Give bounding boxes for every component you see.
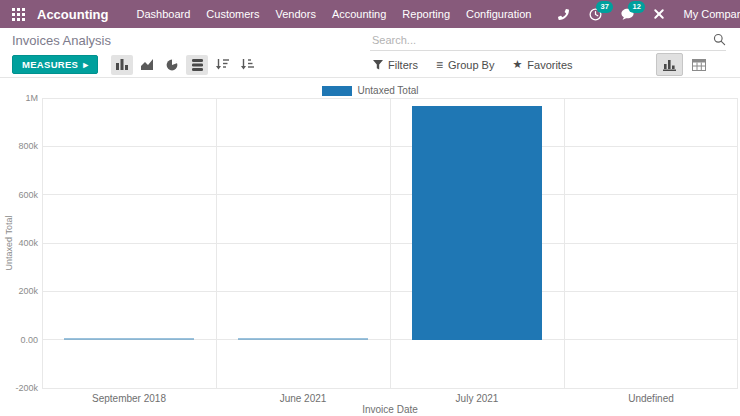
filters-button[interactable]: Filters: [373, 59, 418, 71]
tools-icon[interactable]: [651, 6, 667, 22]
search-icon[interactable]: [713, 33, 726, 46]
top-navbar: Accounting DashboardCustomersVendorsAcco…: [0, 0, 740, 28]
company-switcher[interactable]: My Company (San Francisco): [683, 8, 740, 20]
bar-september-2018[interactable]: [64, 338, 195, 339]
search-facets: Filters ≡ Group By ★ Favorites: [373, 59, 573, 71]
app-name[interactable]: Accounting: [37, 7, 109, 22]
apps-grid-glyph: [12, 8, 25, 21]
pie-chart-button[interactable]: [161, 55, 183, 75]
group-by-button[interactable]: ≡ Group By: [436, 59, 494, 71]
y-tick-label: 800k: [0, 141, 38, 151]
filters-label: Filters: [388, 59, 418, 71]
navbar-left: Accounting DashboardCustomersVendorsAcco…: [12, 7, 539, 22]
graph-view-button[interactable]: [656, 53, 683, 76]
x-tick-label: September 2018: [42, 393, 216, 404]
phone-icon[interactable]: [555, 6, 571, 22]
x-tick-label: July 2021: [390, 393, 564, 404]
gridline-vertical: [42, 98, 43, 388]
favorites-label: Favorites: [527, 59, 572, 71]
legend-swatch: [322, 86, 352, 96]
nav-menu: DashboardCustomersVendorsAccountingRepor…: [129, 8, 540, 20]
nav-menu-item-vendors[interactable]: Vendors: [268, 8, 324, 20]
x-tick-label: June 2021: [216, 393, 390, 404]
chart-type-buttons: [108, 55, 258, 75]
nav-menu-item-customers[interactable]: Customers: [198, 8, 267, 20]
measures-caret-icon: ▸: [83, 59, 88, 70]
page-title: Invoices Analysis: [12, 33, 111, 48]
search-input[interactable]: [370, 33, 726, 47]
y-tick-label: 200k: [0, 286, 38, 296]
activities-icon[interactable]: 37: [587, 6, 603, 22]
pivot-view-icon: [692, 59, 706, 71]
gridline-vertical: [216, 98, 217, 388]
measures-label: MEASURES: [22, 59, 78, 70]
x-tick-label: Undefined: [564, 393, 738, 404]
y-tick-label: 600k: [0, 190, 38, 200]
gridline-vertical: [564, 98, 565, 388]
graph-toolbar: MEASURES ▸ Filters ≡ Group By: [0, 52, 740, 78]
group-by-icon: ≡: [436, 59, 443, 71]
bar-june-2021[interactable]: [238, 338, 369, 339]
gridline-vertical: [390, 98, 391, 388]
search-box[interactable]: [370, 30, 726, 51]
nav-menu-item-dashboard[interactable]: Dashboard: [129, 8, 199, 20]
y-tick-label: -200k: [0, 383, 38, 393]
gridline-vertical: [737, 98, 738, 388]
chart-area: Untaxed Total Untaxed Total 1M800k600k40…: [0, 78, 740, 416]
messages-icon[interactable]: 12: [619, 6, 635, 22]
apps-grid-icon[interactable]: [12, 8, 25, 21]
x-axis-title: Invoice Date: [42, 404, 738, 415]
sort-ascending-button[interactable]: [236, 55, 258, 75]
activities-badge: 37: [596, 1, 612, 13]
bar-chart-button[interactable]: [111, 55, 133, 75]
navbar-right: 37 12 My Company (San Francisco) Mitchel…: [539, 4, 740, 24]
legend-label: Untaxed Total: [358, 85, 419, 96]
y-tick-label: 400k: [0, 238, 38, 248]
stacked-toggle-button[interactable]: [186, 55, 208, 75]
view-switcher: [656, 53, 712, 76]
bar-july-2021[interactable]: [412, 106, 543, 339]
favorites-button[interactable]: ★ Favorites: [512, 59, 572, 71]
nav-menu-item-configuration[interactable]: Configuration: [458, 8, 539, 20]
sort-descending-button[interactable]: [211, 55, 233, 75]
measures-button[interactable]: MEASURES ▸: [12, 55, 98, 74]
y-tick-label: 1M: [0, 93, 38, 103]
line-chart-button[interactable]: [136, 55, 158, 75]
filter-funnel-icon: [373, 60, 383, 70]
messages-badge: 12: [628, 1, 644, 13]
plot: 1M800k600k400k200k0.00-200kSeptember 201…: [42, 98, 738, 388]
graph-view-icon: [663, 59, 676, 71]
chart-legend[interactable]: Untaxed Total: [0, 85, 740, 96]
nav-menu-item-accounting[interactable]: Accounting: [324, 8, 394, 20]
favorites-star-icon: ★: [512, 59, 522, 70]
group-by-label: Group By: [448, 59, 494, 71]
control-panel-header: Invoices Analysis: [0, 28, 740, 52]
y-tick-label: 0.00: [0, 335, 38, 345]
pivot-view-button[interactable]: [685, 53, 712, 76]
nav-menu-item-reporting[interactable]: Reporting: [394, 8, 458, 20]
